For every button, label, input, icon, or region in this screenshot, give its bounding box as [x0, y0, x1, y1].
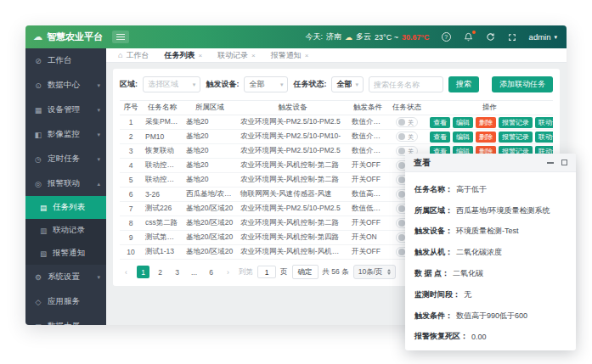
maximize-icon[interactable] — [561, 160, 567, 165]
action-button-联动记录[interactable]: 联动记录 — [535, 132, 553, 143]
cell-condition: 数值介于... — [348, 144, 387, 159]
jump-page-input[interactable] — [257, 266, 276, 278]
close-icon[interactable]: × — [198, 52, 202, 59]
cell-no: 4 — [120, 159, 142, 173]
close-icon[interactable]: × — [305, 52, 309, 59]
chevron-down-icon: ▾ — [355, 81, 358, 88]
sidebar-subitem-label: 报警通知 — [53, 248, 85, 259]
help-icon[interactable]: ? — [441, 31, 452, 42]
prev-page-button[interactable]: ‹ — [120, 266, 132, 278]
next-page-button[interactable]: › — [222, 266, 234, 278]
cell-region: 基地20 — [183, 130, 237, 144]
field-label: 监测时间段： — [414, 289, 460, 300]
action-buttons: 查看编辑删除报警记录联动记录 — [430, 132, 550, 143]
bell-icon[interactable] — [463, 31, 474, 42]
toggle-knob — [398, 176, 405, 183]
close-icon[interactable]: × — [251, 52, 256, 59]
cell-no: 1 — [120, 115, 142, 130]
field-value: 高于低于 — [456, 184, 487, 195]
chevron-down-icon: ▾ — [97, 82, 100, 89]
dialog-field: 报警恢复死区：0.00 — [414, 327, 567, 348]
sidebar-collapse-button[interactable] — [112, 31, 129, 43]
dialog-header: 查看 — [405, 154, 576, 172]
chevron-down-icon: ▾ — [97, 132, 100, 138]
action-button-查看[interactable]: 查看 — [430, 117, 450, 128]
table-header-row: 序号任务名称所属区域触发设备触发条件任务状态操作 — [120, 101, 553, 115]
tab-报警通知[interactable]: 报警通知× — [263, 48, 317, 62]
sidebar-item-device[interactable]: ▦设备管理▾ — [25, 98, 106, 122]
sidebar-item-label: 系统设置 — [48, 272, 80, 283]
jump-prefix: 到第 — [239, 267, 253, 277]
tab-工作台[interactable]: ⌂工作台 — [110, 48, 156, 62]
fullscreen-icon[interactable] — [507, 31, 518, 42]
cell-no: 2 — [120, 130, 142, 144]
confirm-page-button[interactable]: 确定 — [292, 265, 319, 279]
app-header: ☁ 智慧农业平台 今天: 济南 ☁ 多云 23°C ~ 30.67°C ? — [25, 25, 567, 48]
column-header: 所属区域 — [183, 101, 237, 115]
page-button-1[interactable]: 1 — [137, 266, 149, 278]
sidebar-item-camera[interactable]: ◧影像监控▾ — [25, 122, 106, 147]
add-linkage-task-button[interactable]: 添加联动任务 — [492, 76, 553, 92]
dialog-field: 触发条件：数值高于990低于600 — [414, 305, 567, 327]
column-header: 操作 — [426, 101, 553, 115]
chevron-down-icon: ▾ — [280, 81, 284, 88]
cell-no: 9 — [120, 231, 142, 245]
action-button-编辑[interactable]: 编辑 — [453, 117, 473, 128]
sidebar-item-big-screen[interactable]: ▢数据大屏 — [25, 314, 106, 325]
region-select[interactable]: 选择区域 ▾ — [143, 76, 200, 92]
stepper-icon — [387, 269, 391, 276]
tab-联动记录[interactable]: 联动记录× — [210, 48, 263, 62]
weather-info: 今天: 济南 ☁ 多云 23°C ~ 30.67°C — [306, 31, 430, 42]
refresh-icon[interactable] — [485, 31, 496, 42]
field-value: 无 — [464, 289, 471, 300]
weather-temp-range: 23°C ~ — [375, 33, 398, 42]
cell-name: 联动控制... — [142, 159, 183, 173]
app-service-icon: ◇ — [34, 298, 42, 306]
tab-任务列表[interactable]: 任务列表× — [156, 48, 210, 62]
page-button-6[interactable]: 6 — [205, 266, 217, 278]
action-button-编辑[interactable]: 编辑 — [453, 132, 473, 143]
user-menu[interactable]: admin ▾ — [529, 32, 557, 42]
action-button-报警记录[interactable]: 报警记录 — [499, 132, 533, 143]
sidebar-subitem-task-list[interactable]: ▤任务列表 — [25, 196, 106, 219]
trigger-device-select[interactable]: 全部 ▾ — [244, 76, 288, 92]
page-buttons: 123...6 — [137, 266, 217, 278]
dialog-field: 监测时间段：无 — [414, 284, 567, 305]
notification-badge — [472, 31, 476, 34]
page-button-3[interactable]: 3 — [171, 266, 183, 278]
tab-label: 联动记录 — [217, 50, 248, 61]
sidebar: ⊘工作台⊙数据中心▾▦设备管理▾◧影像监控▾◷定时任务▾◎报警联动▴▤任务列表▥… — [25, 48, 106, 325]
chevron-down-icon: ▾ — [97, 156, 100, 163]
task-status-select[interactable]: 全部 ▾ — [331, 76, 364, 92]
action-button-查看[interactable]: 查看 — [430, 132, 450, 143]
delete-button[interactable]: 删除 — [476, 117, 496, 128]
tab-bar: ⌂工作台任务列表×联动记录×报警通知× — [106, 48, 567, 63]
sidebar-subitem-alarm-notice[interactable]: ▧报警通知 — [25, 242, 106, 265]
action-button-报警记录[interactable]: 报警记录 — [499, 117, 533, 128]
sidebar-item-label: 数据中心 — [48, 80, 80, 91]
cell-no: 5 — [120, 173, 142, 188]
status-toggle[interactable]: 关 — [396, 117, 418, 127]
status-toggle[interactable]: 关 — [396, 132, 418, 142]
dialog-field: 数 据 点：二氧化碳 — [414, 263, 567, 284]
page-button-2[interactable]: 2 — [154, 266, 166, 278]
sidebar-item-app-service[interactable]: ◇应用服务 — [25, 289, 106, 314]
sidebar-item-dashboard[interactable]: ⊘工作台 — [25, 48, 106, 73]
search-input[interactable] — [369, 76, 443, 92]
sidebar-subitem-linkage-record[interactable]: ▥联动记录 — [25, 219, 106, 242]
action-button-联动记录[interactable]: 联动记录 — [535, 117, 553, 128]
sidebar-item-clock[interactable]: ◷定时任务▾ — [25, 147, 106, 171]
sidebar-item-data-center[interactable]: ⊙数据中心▾ — [25, 73, 106, 98]
sidebar-item-alarm[interactable]: ◎报警联动▴ — [25, 171, 106, 196]
delete-button[interactable]: 删除 — [476, 132, 496, 143]
cell-region: 基地20 — [183, 173, 237, 188]
chevron-down-icon: ▾ — [97, 107, 100, 114]
per-page-select[interactable]: 10条/页 — [353, 265, 396, 279]
sidebar-item-label: 数据大屏 — [48, 321, 80, 325]
jump-suffix: 页 — [280, 267, 288, 277]
search-button[interactable]: 搜索 — [448, 76, 479, 92]
chevron-down-icon: ▾ — [554, 34, 557, 41]
cell-condition: 数值低于... — [348, 202, 387, 216]
sidebar-item-gear[interactable]: ⚙系统设置▾ — [25, 265, 106, 289]
minimize-icon[interactable] — [547, 162, 554, 164]
